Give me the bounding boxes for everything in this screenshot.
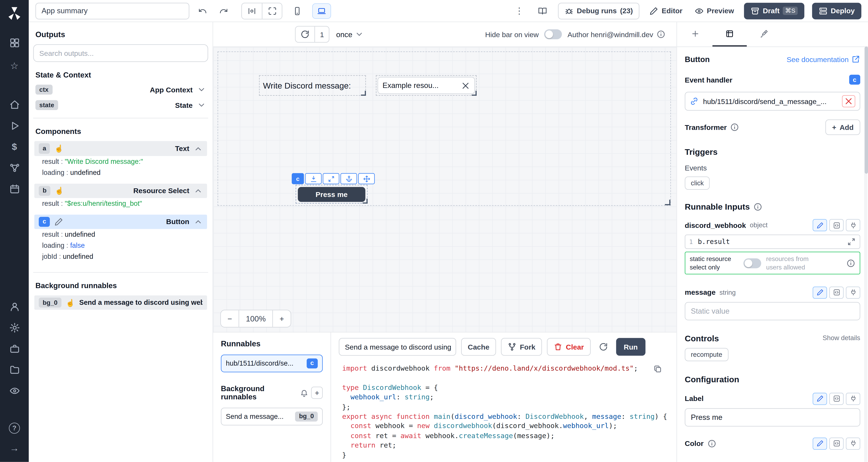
connect-plug-icon[interactable]	[846, 393, 860, 405]
runs-icon[interactable]	[4, 116, 24, 135]
discord-webhook-expression[interactable]: 1 b.result	[685, 235, 860, 249]
resources-icon[interactable]	[4, 158, 24, 177]
mobile-view-icon[interactable]	[288, 3, 307, 19]
eval-code-icon[interactable]	[829, 219, 844, 231]
expand-sidebar-icon[interactable]: →	[4, 439, 24, 458]
anchor-icon[interactable]	[340, 173, 357, 184]
ctx-badge: ctx	[35, 85, 52, 95]
static-edit-icon[interactable]	[812, 437, 827, 450]
search-outputs-input[interactable]	[33, 44, 208, 62]
undo-button[interactable]	[195, 3, 210, 19]
static-edit-icon[interactable]	[812, 287, 827, 299]
settings-scrollbar-thumb[interactable]	[865, 46, 868, 174]
author-label: Author henri@windmill.dev	[567, 30, 665, 39]
editor-tab[interactable]: Editor	[647, 2, 685, 19]
tab-component-settings[interactable]	[712, 22, 747, 46]
run-button[interactable]: Run	[616, 338, 646, 356]
ctx-row[interactable]: ctx App Context	[35, 85, 206, 95]
clear-select-icon[interactable]	[461, 81, 470, 90]
preview-tab[interactable]: Preview	[692, 2, 736, 19]
favorites-icon[interactable]: ☆	[4, 57, 24, 75]
label-static-input[interactable]	[685, 408, 860, 426]
expand-editor-icon[interactable]	[847, 237, 856, 246]
eval-code-icon[interactable]	[829, 287, 844, 299]
deploy-button[interactable]: Deploy	[812, 2, 861, 19]
eval-code-icon[interactable]	[829, 393, 844, 405]
windmill-logo-icon[interactable]	[7, 6, 22, 21]
refresh-code-icon[interactable]	[595, 339, 611, 355]
schedule-dropdown[interactable]: once	[336, 30, 364, 39]
tab-styling[interactable]	[747, 22, 781, 46]
recompute-chip[interactable]: recompute	[685, 348, 728, 361]
audit-logs-icon[interactable]	[4, 381, 24, 400]
refresh-count: 1	[314, 27, 329, 42]
settings-icon[interactable]	[4, 318, 24, 337]
eval-code-icon[interactable]	[829, 437, 844, 450]
remove-runnable-icon[interactable]	[842, 95, 855, 107]
variables-icon[interactable]: $	[4, 137, 24, 156]
zoom-in-button[interactable]: +	[273, 310, 291, 327]
insert-below-icon[interactable]	[305, 173, 322, 184]
code-editor[interactable]: import discordwebhook from "https://deno…	[331, 360, 677, 462]
runnable-item-selected[interactable]: hub/1511/discord/se... c	[221, 355, 323, 372]
connect-plug-icon[interactable]	[846, 219, 860, 231]
centered-width-icon[interactable]	[242, 3, 262, 19]
workers-icon[interactable]	[4, 339, 24, 358]
help-icon[interactable]: ?	[4, 419, 24, 438]
full-width-icon[interactable]	[262, 3, 282, 19]
add-background-runnable-button[interactable]: +	[311, 387, 323, 399]
users-icon[interactable]	[4, 297, 24, 316]
runnable-name-input[interactable]: Send a message to discord using	[339, 338, 456, 356]
component-row-c[interactable]: c Button	[34, 214, 207, 229]
app-summary-input[interactable]	[35, 2, 189, 19]
static-edit-icon[interactable]	[812, 219, 827, 231]
show-details-link[interactable]: Show details	[823, 334, 860, 342]
text-component[interactable]: Write Discord message:	[259, 75, 366, 96]
more-menu-icon[interactable]: ⋮	[512, 3, 527, 19]
move-component-icon[interactable]	[358, 173, 375, 184]
resource-select-box[interactable]: Example resou...	[377, 77, 475, 94]
connect-plug-icon[interactable]	[846, 437, 860, 450]
background-runnable-item[interactable]: Send a message... bg_0	[221, 408, 323, 425]
add-transformer-button[interactable]: + Add	[826, 120, 860, 135]
hide-bar-toggle[interactable]	[544, 29, 562, 39]
chevron-up-icon	[194, 144, 203, 153]
apps-icon[interactable]	[4, 33, 24, 52]
press-me-button[interactable]: Press me	[298, 187, 365, 202]
desktop-view-icon[interactable]	[312, 3, 331, 19]
app-canvas[interactable]: Write Discord message: Example resou... …	[213, 47, 677, 332]
tab-insert[interactable]	[678, 22, 712, 46]
redo-button[interactable]	[216, 3, 231, 19]
docs-book-icon[interactable]	[535, 3, 550, 19]
home-icon[interactable]	[4, 95, 24, 114]
expand-component-icon[interactable]	[323, 173, 339, 184]
schedules-icon[interactable]	[4, 179, 24, 198]
info-icon	[730, 123, 739, 132]
button-component-selection[interactable]: c Press me	[296, 185, 368, 204]
component-a-badge: a	[39, 143, 50, 154]
fork-button[interactable]: Fork	[501, 338, 542, 356]
background-runnable-row[interactable]: bg_0 ☝ Send a message to discord using w…	[34, 295, 207, 310]
info-icon	[846, 259, 855, 267]
cache-button[interactable]: Cache	[461, 338, 496, 356]
static-resource-toggle[interactable]	[743, 258, 761, 268]
state-row[interactable]: state State	[35, 100, 206, 110]
clear-button[interactable]: Clear	[547, 338, 591, 356]
debug-runs-button[interactable]: Debug runs (23)	[558, 2, 640, 19]
zoom-out-button[interactable]: −	[221, 310, 239, 327]
refresh-app-icon[interactable]	[296, 27, 314, 42]
resource-select-component[interactable]: Example resou...	[376, 75, 476, 96]
static-edit-icon[interactable]	[812, 393, 827, 405]
draft-button[interactable]: Draft ⌘S	[744, 2, 804, 19]
copy-code-icon[interactable]	[653, 365, 662, 373]
component-row-b[interactable]: b ☝ Resource Select	[34, 184, 207, 198]
component-row-a[interactable]: a ☝ Text	[34, 141, 207, 156]
event-handler-badge: c	[849, 75, 860, 85]
folders-icon[interactable]	[4, 360, 24, 379]
message-static-input[interactable]	[685, 302, 860, 320]
runnable-reference[interactable]: hub/1511/discord/send_a_message_...	[685, 92, 860, 111]
canvas-width-group	[241, 2, 282, 19]
event-click-chip[interactable]: click	[685, 176, 710, 190]
connect-plug-icon[interactable]	[846, 287, 860, 299]
see-documentation-link[interactable]: See documentation	[786, 55, 860, 64]
